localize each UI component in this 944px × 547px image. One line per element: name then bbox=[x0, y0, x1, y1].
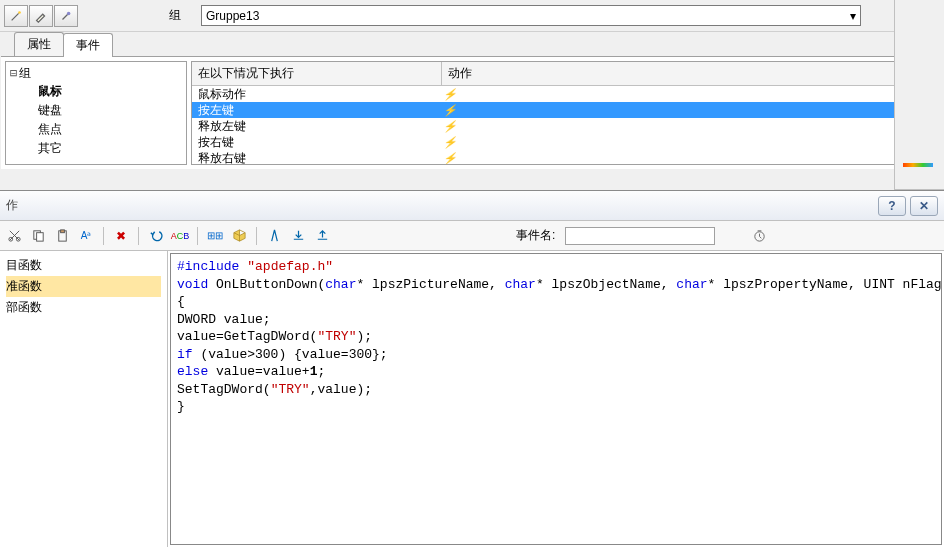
code-token: char bbox=[505, 277, 536, 292]
tree-root-item[interactable]: ⊟组 鼠标 键盘 焦点 其它 bbox=[10, 64, 182, 159]
col-header-action[interactable]: 动作 bbox=[442, 62, 938, 85]
event-name-input[interactable] bbox=[565, 227, 715, 245]
toolbar-btn-2[interactable] bbox=[29, 5, 53, 27]
color-palette-icon bbox=[903, 163, 933, 167]
events-table: 在以下情况下执行 动作 鼠标动作 ⚡ 按左键 ⚡ 释放左键 ⚡ 按右键 ⚡ 释放… bbox=[191, 61, 939, 165]
tree-item-mouse[interactable]: 鼠标 bbox=[38, 82, 182, 101]
divider bbox=[138, 227, 139, 245]
delete-button[interactable]: ✖ bbox=[111, 226, 131, 246]
abc-icon: ACB bbox=[171, 231, 190, 241]
paste-button[interactable] bbox=[52, 226, 72, 246]
event-row[interactable]: 按左键 ⚡ bbox=[192, 102, 938, 118]
scissors-icon bbox=[7, 228, 22, 243]
tree-item-other[interactable]: 其它 bbox=[38, 139, 182, 158]
export-icon bbox=[315, 228, 330, 243]
tab-properties[interactable]: 属性 bbox=[14, 32, 64, 56]
top-toolbar: 组 Gruppe13 ▾ bbox=[0, 0, 944, 32]
tree-root-label: 组 bbox=[19, 66, 31, 80]
event-cell-act: ⚡ bbox=[442, 104, 458, 117]
lightning-icon: ⚡ bbox=[443, 136, 457, 149]
events-table-header: 在以下情况下执行 动作 bbox=[192, 62, 938, 86]
svg-point-1 bbox=[67, 11, 71, 15]
right-side-panel bbox=[894, 0, 944, 190]
code-token: value=GetTagDWord( bbox=[177, 329, 317, 344]
x-icon: ✖ bbox=[116, 229, 126, 243]
event-cell-cond: 按左键 bbox=[192, 102, 442, 119]
tree-item-focus[interactable]: 焦点 bbox=[38, 120, 182, 139]
syntax-color-button[interactable]: ACB bbox=[170, 226, 190, 246]
tab-events[interactable]: 事件 bbox=[63, 33, 113, 57]
event-row[interactable]: 按右键 ⚡ bbox=[192, 134, 938, 150]
code-token: * lpszObjectName, bbox=[536, 277, 676, 292]
code-token: void bbox=[177, 277, 208, 292]
editor-titlebar: 作 ? ✕ bbox=[0, 191, 944, 221]
cut-button[interactable] bbox=[4, 226, 24, 246]
copy-button[interactable] bbox=[28, 226, 48, 246]
event-name-label: 事件名: bbox=[516, 227, 555, 244]
copy-icon bbox=[31, 228, 46, 243]
group-dropdown[interactable]: Gruppe13 ▾ bbox=[201, 5, 861, 26]
divider bbox=[256, 227, 257, 245]
undo-button[interactable] bbox=[146, 226, 166, 246]
toolbar-btn-3[interactable] bbox=[54, 5, 78, 27]
event-row[interactable]: 鼠标动作 ⚡ bbox=[192, 86, 938, 102]
divider bbox=[197, 227, 198, 245]
divider bbox=[103, 227, 104, 245]
func-item[interactable]: 目函数 bbox=[6, 255, 161, 276]
event-cell-cond: 释放右键 bbox=[192, 150, 442, 166]
magic-wand-icon bbox=[9, 9, 23, 23]
editor-toolbar: Aᵃ ✖ ACB ⊞⊞ 事件名: bbox=[0, 221, 944, 251]
help-button[interactable]: ? bbox=[878, 196, 906, 216]
code-token: DWORD value; bbox=[177, 312, 271, 327]
import-button[interactable] bbox=[288, 226, 308, 246]
event-row[interactable]: 释放左键 ⚡ bbox=[192, 118, 938, 134]
chevron-down-icon: ▾ bbox=[840, 9, 856, 23]
function-list: 目函数 准函数 部函数 bbox=[0, 251, 168, 547]
eyedropper-icon bbox=[59, 9, 73, 23]
compile-button[interactable] bbox=[229, 226, 249, 246]
code-token: "apdefap.h" bbox=[247, 259, 333, 274]
tree-item-keyboard[interactable]: 键盘 bbox=[38, 101, 182, 120]
editor-title: 作 bbox=[6, 197, 18, 214]
code-token: ,value); bbox=[310, 382, 372, 397]
col-header-condition[interactable]: 在以下情况下执行 bbox=[192, 62, 442, 85]
clock-icon bbox=[752, 228, 767, 243]
code-token: if bbox=[177, 347, 193, 362]
event-cell-cond: 鼠标动作 bbox=[192, 86, 442, 103]
code-token: } bbox=[177, 399, 185, 414]
group-dropdown-value: Gruppe13 bbox=[206, 9, 259, 23]
lightning-icon: ⚡ bbox=[443, 152, 457, 165]
cube-icon bbox=[232, 228, 247, 243]
export-button[interactable] bbox=[312, 226, 332, 246]
code-editor[interactable]: #include "apdefap.h" void OnLButtonDown(… bbox=[170, 253, 942, 545]
code-token: char bbox=[676, 277, 707, 292]
code-token: "TRY" bbox=[317, 329, 356, 344]
bookmark-button[interactable]: ⊞⊞ bbox=[205, 226, 225, 246]
undo-icon bbox=[149, 228, 164, 243]
code-token: * lpszPropertyName, UINT nFlags, bbox=[708, 277, 942, 292]
code-token: ); bbox=[356, 329, 372, 344]
code-token: #include bbox=[177, 259, 239, 274]
toolbar-btn-1[interactable] bbox=[4, 5, 28, 27]
language-button[interactable]: Aᵃ bbox=[76, 226, 96, 246]
compass-button[interactable] bbox=[264, 226, 284, 246]
script-editor-window: 作 ? ✕ Aᵃ ✖ ACB ⊞⊞ 事件名: 目函数 准函数 部函数 #incl… bbox=[0, 190, 944, 547]
svg-point-0 bbox=[18, 11, 21, 14]
lightning-icon: ⚡ bbox=[443, 104, 457, 117]
code-token: * lpszPictureName, bbox=[356, 277, 504, 292]
close-button[interactable]: ✕ bbox=[910, 196, 938, 216]
code-token: (value>300) {value=300}; bbox=[193, 347, 388, 362]
editor-body: 目函数 准函数 部函数 #include "apdefap.h" void On… bbox=[0, 251, 944, 547]
code-token: { bbox=[177, 294, 185, 309]
event-cell-act: ⚡ bbox=[442, 120, 458, 133]
event-cell-act: ⚡ bbox=[442, 152, 458, 165]
code-token: char bbox=[325, 277, 356, 292]
func-item[interactable]: 部函数 bbox=[6, 297, 161, 318]
paste-icon bbox=[55, 228, 70, 243]
language-icon: Aᵃ bbox=[81, 230, 92, 241]
code-token: else bbox=[177, 364, 208, 379]
timer-button[interactable] bbox=[749, 226, 769, 246]
event-row[interactable]: 释放右键 ⚡ bbox=[192, 150, 938, 165]
func-item[interactable]: 准函数 bbox=[6, 276, 161, 297]
code-token: value=value+ bbox=[208, 364, 309, 379]
